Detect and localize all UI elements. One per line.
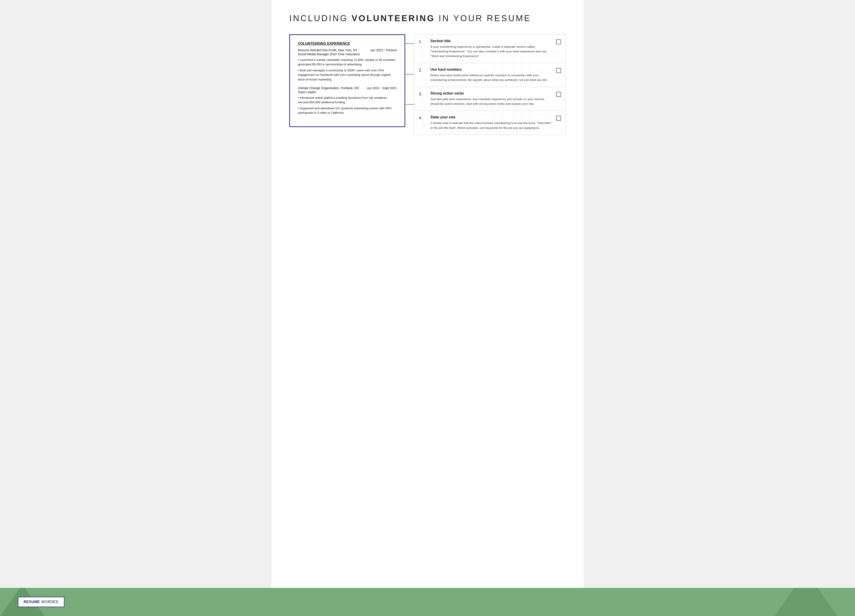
connector-line-2 xyxy=(405,74,414,75)
tip-2-number: 2. xyxy=(419,67,427,73)
tip-3-desc: Just like paid work experience, any volu… xyxy=(431,97,553,106)
connector-line-1 xyxy=(405,43,414,44)
main-content: INCLUDING VOLUNTEERING IN YOUR RESUME VO… xyxy=(271,0,584,588)
tip-2-desc: Notice how each bullet point references … xyxy=(431,73,553,82)
tip-4-title: State your role xyxy=(431,115,553,119)
tip-3-content: Strong action verbs Just like paid work … xyxy=(431,91,553,106)
tip-1-desc: If your volunteering experience is subst… xyxy=(431,44,553,58)
resume-entry-2-org: Climate Change Organization, Portland, O… xyxy=(298,86,359,90)
tips-panel-wrapper: 1. Section title If your volunteering ex… xyxy=(414,34,566,135)
connector-line-3 xyxy=(405,104,414,104)
green-footer: RESUME WORDED xyxy=(0,588,855,616)
resume-entry-1-org: Resume Worded Non-Profit, New York, NY xyxy=(298,48,357,52)
tip-3-checkbox[interactable] xyxy=(556,92,561,97)
page-title: INCLUDING VOLUNTEERING IN YOUR RESUME xyxy=(289,13,566,23)
tip-item-2: 2. Use hard numbers Notice how each bull… xyxy=(414,63,565,87)
resume-entry-2: Climate Change Organization, Portland, O… xyxy=(298,86,397,115)
brand-resume-label: RESUME xyxy=(24,600,40,604)
tip-1-checkbox[interactable] xyxy=(556,40,561,44)
resume-entry-2-header: Climate Change Organization, Portland, O… xyxy=(298,86,397,90)
tip-2-checkbox[interactable] xyxy=(556,68,561,73)
tip-1-content: Section title If your volunteering exper… xyxy=(431,39,553,58)
resume-entry-1-date: Jan 2022 - Present xyxy=(370,48,397,52)
resume-section-title: VOLUNTEERING EXPERIENCE xyxy=(298,42,397,46)
resume-panel: VOLUNTEERING EXPERIENCE Resume Worded No… xyxy=(289,34,405,127)
resume-entry-1-role: Social Media Manager (Part-Time Voluntee… xyxy=(298,52,397,56)
tips-panel: 1. Section title If your volunteering ex… xyxy=(414,34,566,135)
resume-entry-1-header: Resume Worded Non-Profit, New York, NY J… xyxy=(298,48,397,52)
brand-worded-label: WORDED xyxy=(41,600,58,604)
resume-entry-2-bullet-2: • Organized and advertised 10+ quarterly… xyxy=(298,106,397,115)
resume-entry-1: Resume Worded Non-Profit, New York, NY J… xyxy=(298,48,397,82)
resume-entry-1-bullet-2: • Built and managed a community of 2500+… xyxy=(298,68,397,82)
tip-1-title: Section title xyxy=(431,39,553,43)
resume-entry-2-role: Team Leader xyxy=(298,90,397,94)
tip-4-desc: A simple way to indicate that the roles … xyxy=(431,121,553,130)
tip-3-number: 3. xyxy=(419,91,427,97)
tip-1-number: 1. xyxy=(419,39,427,44)
tip-2-content: Use hard numbers Notice how each bullet … xyxy=(431,67,553,82)
tip-item-4: 4. State your role A simple way to indic… xyxy=(414,111,565,135)
tip-item-3: 3. Strong action verbs Just like paid wo… xyxy=(414,87,565,111)
resume-entry-2-date: Jun 2021 - Sept 2021 xyxy=(367,86,397,90)
tip-item-1: 1. Section title If your volunteering ex… xyxy=(414,35,565,63)
tip-3-title: Strong action verbs xyxy=(431,91,553,95)
brand-box: RESUME WORDED xyxy=(18,597,64,607)
content-area: VOLUNTEERING EXPERIENCE Resume Worded No… xyxy=(289,34,566,135)
tip-2-title: Use hard numbers xyxy=(431,67,553,72)
tip-4-checkbox[interactable] xyxy=(556,116,561,121)
tip-4-number: 4. xyxy=(419,115,427,120)
resume-entry-2-bullet-1: • Introduced online platform enabling do… xyxy=(298,96,397,105)
tip-4-content: State your role A simple way to indicate… xyxy=(431,115,553,130)
resume-entry-1-bullet-1: • Launched a weekly newsletter reaching … xyxy=(298,58,397,67)
